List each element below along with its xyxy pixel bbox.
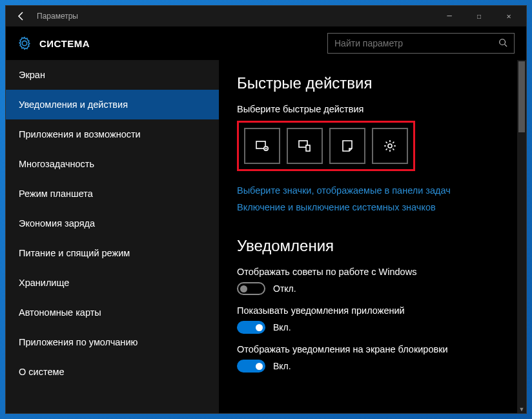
toggle-state-text: Вкл. xyxy=(273,361,291,371)
gear-icon xyxy=(17,36,32,50)
quick-actions-subtitle: Выберите быстрые действия xyxy=(237,104,508,114)
scrollbar[interactable]: ▲ ▼ xyxy=(517,60,526,413)
sidebar-item-label: О системе xyxy=(19,367,64,377)
svg-point-8 xyxy=(388,144,392,148)
connect-icon xyxy=(297,138,312,154)
settings-window: Параметры ─ ☐ ✕ СИСТЕМА Экран Уведомлени… xyxy=(5,5,527,414)
sidebar-item-display[interactable]: Экран xyxy=(6,60,219,90)
svg-rect-7 xyxy=(306,145,310,151)
svg-point-0 xyxy=(500,39,506,45)
tablet-mode-icon xyxy=(254,138,270,154)
quick-action-connect[interactable] xyxy=(287,128,323,164)
sidebar-item-label: Приложения по умолчанию xyxy=(19,337,138,347)
quick-actions-row xyxy=(237,121,415,171)
settings-icon xyxy=(382,138,398,154)
quick-action-tablet-mode[interactable] xyxy=(244,128,280,164)
toggle-label: Показывать уведомления приложений xyxy=(237,305,508,316)
sidebar-item-label: Многозадачность xyxy=(19,159,94,169)
toggle-label: Отображать уведомления на экране блокиро… xyxy=(237,344,508,354)
content-pane: Быстрые действия Выберите быстрые действ… xyxy=(219,60,526,413)
toggle-switch[interactable] xyxy=(237,360,265,373)
toggle-state-text: Откл. xyxy=(273,283,296,294)
page-title: СИСТЕМА xyxy=(39,38,90,49)
sidebar-item-default-apps[interactable]: Приложения по умолчанию xyxy=(6,327,219,357)
link-system-icons[interactable]: Включение и выключение системных значков xyxy=(237,202,508,212)
sidebar-item-label: Экономия заряда xyxy=(19,218,95,229)
search-input[interactable] xyxy=(334,38,498,48)
sidebar-item-offline-maps[interactable]: Автономные карты xyxy=(6,298,219,327)
scroll-thumb[interactable] xyxy=(518,61,525,132)
titlebar: Параметры ─ ☐ ✕ xyxy=(6,6,526,26)
link-taskbar-icons[interactable]: Выберите значки, отображаемые в панели з… xyxy=(237,185,508,196)
window-title: Параметры xyxy=(34,12,435,21)
sidebar-item-label: Режим планшета xyxy=(19,189,93,199)
sidebar-item-apps[interactable]: Приложения и возможности xyxy=(6,119,219,149)
quick-actions-title: Быстрые действия xyxy=(237,74,508,92)
toggle-windows-tips: Отображать советы по работе с Windows От… xyxy=(237,267,508,295)
sidebar-item-notifications[interactable]: Уведомления и действия xyxy=(6,90,219,119)
sidebar-item-label: Питание и спящий режим xyxy=(19,248,130,258)
sidebar-item-battery-saver[interactable]: Экономия заряда xyxy=(6,209,219,238)
toggle-lockscreen-notifications: Отображать уведомления на экране блокиро… xyxy=(237,344,508,373)
quick-action-settings[interactable] xyxy=(372,128,408,164)
arrow-left-icon xyxy=(16,11,26,21)
toggle-switch[interactable] xyxy=(237,282,265,295)
note-icon xyxy=(340,138,355,154)
toggle-label: Отображать советы по работе с Windows xyxy=(237,267,508,277)
sidebar-item-storage[interactable]: Хранилище xyxy=(6,268,219,298)
svg-line-1 xyxy=(505,44,507,46)
toggle-state-text: Вкл. xyxy=(273,322,291,332)
toggle-switch[interactable] xyxy=(237,321,265,334)
toggle-app-notifications: Показывать уведомления приложений Вкл. xyxy=(237,305,508,334)
maximize-button[interactable]: ☐ xyxy=(464,6,494,26)
search-box[interactable] xyxy=(327,33,515,54)
sidebar-item-label: Автономные карты xyxy=(19,307,101,318)
sidebar-item-label: Хранилище xyxy=(19,278,69,288)
sidebar-item-label: Приложения и возможности xyxy=(19,129,141,139)
sidebar-item-power-sleep[interactable]: Питание и спящий режим xyxy=(6,238,219,268)
minimize-button[interactable]: ─ xyxy=(435,6,464,26)
header: СИСТЕМА xyxy=(6,26,526,60)
close-button[interactable]: ✕ xyxy=(494,6,524,26)
sidebar-item-label: Уведомления и действия xyxy=(19,99,128,110)
search-icon xyxy=(498,38,507,49)
back-button[interactable] xyxy=(8,6,34,26)
sidebar-item-tablet-mode[interactable]: Режим планшета xyxy=(6,179,219,209)
sidebar-item-about[interactable]: О системе xyxy=(6,357,219,387)
sidebar-item-label: Экран xyxy=(19,70,45,80)
quick-action-note[interactable] xyxy=(329,128,365,164)
sidebar: Экран Уведомления и действия Приложения … xyxy=(6,60,219,413)
notifications-title: Уведомления xyxy=(237,237,508,255)
scroll-down-icon[interactable]: ▼ xyxy=(518,406,525,413)
sidebar-item-multitasking[interactable]: Многозадачность xyxy=(6,149,219,179)
